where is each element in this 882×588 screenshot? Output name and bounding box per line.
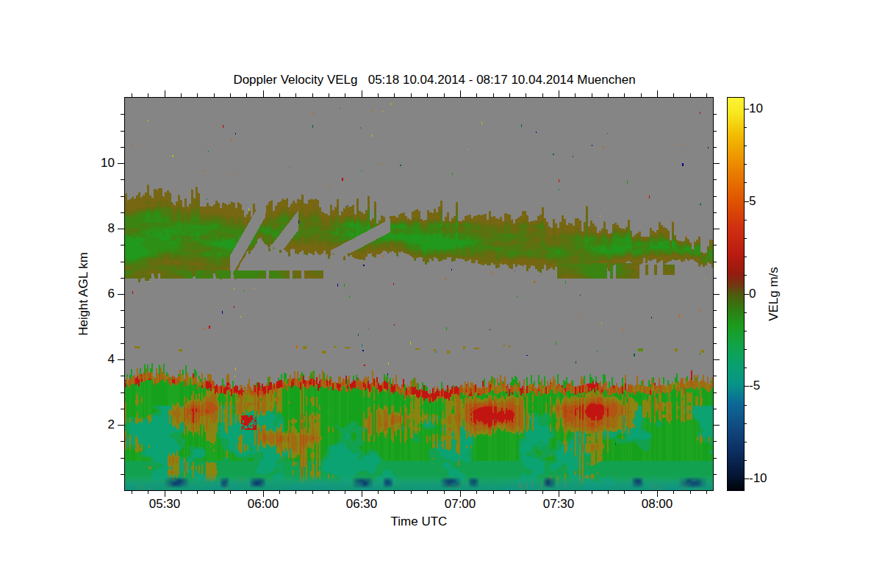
x-axis-minor-tick (295, 490, 296, 494)
x-axis-major-tick (559, 490, 559, 497)
x-axis-minor-tick (476, 490, 477, 494)
x-axis-minor-tick (641, 490, 642, 494)
x-axis-minor-tick (132, 490, 132, 494)
colorbar-minor-tick (744, 164, 747, 165)
x-axis-minor-tick (608, 93, 609, 97)
x-axis-minor-tick (230, 93, 231, 97)
y-axis-minor-tick (121, 376, 124, 376)
colorbar-tick-label: -5 (749, 378, 783, 394)
x-axis-minor-tick (673, 490, 674, 494)
y-axis-minor-tick (713, 409, 717, 409)
colorbar-minor-tick (744, 405, 747, 406)
y-axis-minor-tick (121, 212, 124, 213)
y-axis-minor-tick (713, 262, 717, 262)
colorbar-minor-tick (744, 331, 747, 331)
x-axis-minor-tick (427, 490, 428, 494)
x-axis-major-tick (263, 490, 264, 497)
colorbar (727, 97, 745, 491)
y-axis-minor-tick (121, 114, 124, 115)
x-axis-minor-tick (509, 93, 510, 97)
x-axis-minor-tick (378, 93, 379, 97)
x-tick-label: 05:30 (141, 497, 188, 512)
y-axis-minor-tick (121, 343, 124, 344)
plot-border (124, 97, 714, 491)
x-tick-label: 08:00 (634, 497, 681, 512)
y-axis-minor-tick (713, 474, 717, 475)
colorbar-minor-tick (744, 423, 747, 424)
y-tick-label: 10 (79, 155, 115, 171)
y-axis-minor-tick (713, 147, 717, 148)
y-axis-minor-tick (713, 179, 717, 180)
colorbar-minor-tick (744, 442, 747, 442)
x-axis-minor-tick (690, 93, 691, 97)
x-axis-minor-tick (312, 490, 313, 494)
y-axis-minor-tick (121, 474, 124, 475)
y-axis-minor-tick (713, 245, 717, 245)
colorbar-minor-tick (744, 312, 747, 313)
x-axis-minor-tick (542, 490, 543, 494)
x-axis-minor-tick (214, 93, 215, 97)
colorbar-minor-tick (744, 220, 747, 220)
x-axis-minor-tick (394, 93, 395, 97)
x-axis-minor-tick (214, 490, 215, 494)
x-axis-minor-tick (575, 490, 576, 494)
x-axis-minor-tick (279, 490, 280, 494)
x-axis-major-tick (165, 490, 165, 497)
y-axis-minor-tick (121, 458, 124, 459)
x-axis-minor-tick (411, 93, 412, 97)
y-axis-minor-tick (713, 458, 717, 459)
y-axis-major-tick (118, 425, 124, 426)
x-axis-minor-tick (427, 93, 428, 97)
y-axis-major-tick (713, 294, 720, 295)
y-axis-minor-tick (713, 327, 717, 328)
colorbar-minor-tick (744, 182, 747, 183)
colorbar-major-tick (744, 386, 749, 387)
x-axis-minor-tick (706, 490, 707, 494)
y-tick-label: 4 (79, 351, 115, 368)
x-tick-label: 07:00 (437, 497, 484, 512)
colorbar-major-tick (744, 478, 749, 479)
x-axis-minor-tick (411, 490, 412, 494)
x-axis-minor-tick (329, 490, 329, 494)
x-tick-label: 07:30 (535, 497, 582, 512)
y-axis-minor-tick (713, 310, 717, 311)
y-axis-minor-tick (713, 392, 717, 393)
x-axis-minor-tick (624, 490, 625, 494)
x-axis-major-tick (362, 90, 362, 97)
y-axis-minor-tick (121, 179, 124, 180)
colorbar-minor-tick (744, 238, 747, 239)
x-axis-minor-tick (444, 93, 445, 97)
x-axis-minor-tick (444, 490, 445, 494)
x-axis-major-tick (657, 90, 658, 97)
x-axis-minor-tick (378, 490, 379, 494)
x-axis-major-tick (165, 90, 165, 97)
y-axis-major-tick (118, 359, 124, 360)
x-axis-minor-tick (197, 490, 198, 494)
x-axis-minor-tick (526, 490, 526, 494)
x-axis-minor-tick (295, 93, 296, 97)
x-axis-major-tick (559, 90, 559, 97)
x-axis-minor-tick (197, 93, 198, 97)
y-axis-minor-tick (713, 212, 717, 213)
x-axis-minor-tick (181, 93, 182, 97)
x-axis-major-tick (362, 490, 362, 497)
x-axis-minor-tick (706, 93, 707, 97)
x-axis-minor-tick (279, 93, 280, 97)
x-axis-minor-tick (476, 93, 477, 97)
y-axis-minor-tick (121, 262, 124, 262)
x-axis-major-tick (460, 490, 461, 497)
y-axis-minor-tick (121, 392, 124, 393)
x-axis-minor-tick (329, 93, 329, 97)
y-tick-label: 8 (79, 220, 115, 237)
x-axis-minor-tick (493, 490, 494, 494)
y-axis-major-tick (118, 229, 124, 229)
colorbar-minor-tick (744, 460, 747, 461)
x-axis-minor-tick (132, 93, 132, 97)
colorbar-minor-tick (744, 127, 747, 128)
y-axis-minor-tick (713, 343, 717, 344)
colorbar-minor-tick (744, 257, 747, 257)
y-axis-major-tick (118, 163, 124, 164)
x-axis-minor-tick (575, 93, 576, 97)
x-tick-label: 06:00 (240, 497, 287, 512)
x-axis-minor-tick (345, 93, 345, 97)
